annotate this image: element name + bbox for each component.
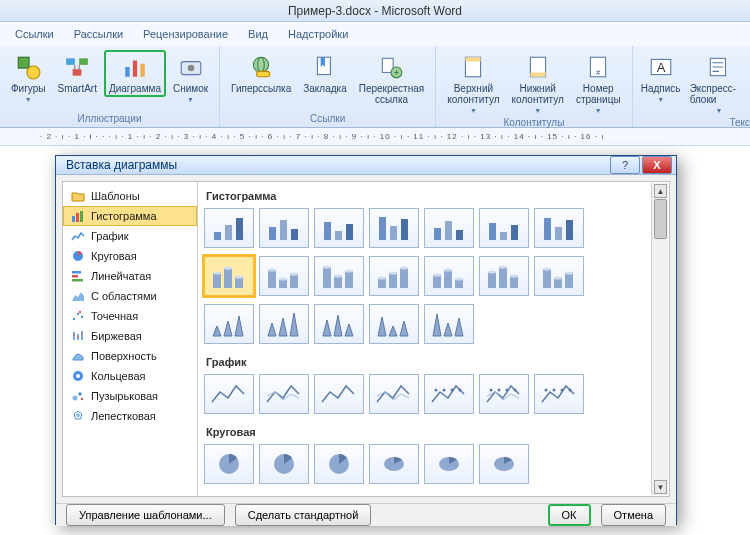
chart-thumb[interactable] [314, 208, 364, 248]
chart-thumb[interactable] [369, 208, 419, 248]
svg-rect-4 [73, 69, 82, 76]
horizontal-ruler: · 2 · ı · 1 · ł · · · ı · 1 · ı · 2 · ı … [0, 128, 750, 146]
svg-rect-46 [269, 227, 276, 240]
chart-thumb[interactable] [369, 304, 419, 344]
tab-view[interactable]: Вид [239, 25, 277, 43]
footer-button[interactable]: Нижний колонтитул▼ [507, 50, 569, 117]
snapshot-button[interactable]: Снимок▼ [168, 50, 213, 106]
chart-thumb[interactable] [259, 208, 309, 248]
svg-rect-74 [290, 274, 298, 288]
category-bubble[interactable]: Пузырьковая [63, 386, 197, 406]
chevron-down-icon: ▼ [534, 107, 541, 114]
chart-thumb[interactable] [204, 256, 254, 296]
category-line[interactable]: График [63, 226, 197, 246]
textbox-button[interactable]: A Надпись▼ [639, 50, 683, 106]
chart-thumb[interactable] [369, 444, 419, 484]
manage-templates-button[interactable]: Управление шаблонами... [66, 504, 225, 526]
svg-rect-104 [565, 273, 573, 288]
figures-button[interactable]: Фигуры▼ [6, 50, 50, 106]
chart-thumb[interactable] [314, 304, 364, 344]
group-label: Иллюстрации [78, 113, 142, 125]
category-pie[interactable]: Круговая [63, 246, 197, 266]
gallery-scrollbar[interactable]: ▲ ▼ [651, 183, 668, 495]
svg-point-95 [488, 271, 496, 274]
category-templates[interactable]: Шаблоны [63, 186, 197, 206]
category-stock[interactable]: Биржевая [63, 326, 197, 346]
bubble-chart-icon [71, 389, 85, 403]
dialog-titlebar[interactable]: Вставка диаграммы ? X [56, 156, 676, 175]
svg-rect-60 [511, 225, 518, 240]
hyperlink-button[interactable]: Гиперссылка [226, 50, 296, 97]
svg-point-113 [514, 389, 517, 392]
chart-thumb[interactable] [259, 256, 309, 296]
svg-point-40 [73, 396, 78, 401]
svg-point-117 [569, 389, 572, 392]
tab-references[interactable]: Ссылки [6, 25, 63, 43]
smartart-button[interactable]: SmartArt [52, 50, 101, 97]
chart-thumb[interactable] [424, 304, 474, 344]
scatter-chart-icon [71, 309, 85, 323]
svg-rect-88 [433, 275, 441, 288]
svg-rect-61 [544, 218, 551, 240]
chart-thumb[interactable] [424, 374, 474, 414]
svg-point-39 [76, 374, 80, 378]
svg-rect-27 [72, 216, 75, 222]
chart-thumb[interactable] [204, 304, 254, 344]
chart-thumb[interactable] [204, 444, 254, 484]
chart-thumb[interactable] [479, 374, 529, 414]
ok-button[interactable]: ОК [548, 504, 591, 526]
chart-thumb[interactable] [534, 208, 584, 248]
chart-button[interactable]: Диаграмма [104, 50, 166, 97]
chart-thumb[interactable] [259, 304, 309, 344]
category-radar[interactable]: Лепестковая [63, 406, 197, 426]
tab-addins[interactable]: Надстройки [279, 25, 357, 43]
chart-thumb[interactable] [534, 374, 584, 414]
tab-mailings[interactable]: Рассылки [65, 25, 132, 43]
chart-thumb[interactable] [314, 256, 364, 296]
bookmark-button[interactable]: Закладка [298, 50, 351, 97]
scroll-up-icon[interactable]: ▲ [654, 184, 667, 198]
chart-thumb[interactable] [369, 374, 419, 414]
group-text: A Надпись▼ Экспресс-блоки▼ A WordArt▼ A … [633, 46, 750, 127]
chevron-down-icon: ▼ [470, 107, 477, 114]
chart-thumb[interactable] [479, 208, 529, 248]
svg-point-106 [435, 389, 438, 392]
header-button[interactable]: Верхний колонтитул▼ [442, 50, 504, 117]
chart-thumb[interactable] [479, 256, 529, 296]
cancel-button[interactable]: Отмена [601, 504, 666, 526]
pagenum-button[interactable]: # Номер страницы▼ [571, 50, 626, 117]
chart-thumb[interactable] [424, 444, 474, 484]
chart-thumb[interactable] [204, 208, 254, 248]
crossref-button[interactable]: Перекрестная ссылка [354, 50, 429, 108]
category-surface[interactable]: Поверхность [63, 346, 197, 366]
chart-thumb[interactable] [424, 256, 474, 296]
tab-review[interactable]: Рецензирование [134, 25, 237, 43]
chart-thumb[interactable] [369, 256, 419, 296]
scroll-down-icon[interactable]: ▼ [654, 480, 667, 494]
chart-thumb[interactable] [534, 256, 584, 296]
svg-point-37 [79, 311, 81, 313]
column-chart-icon [71, 209, 85, 223]
svg-point-111 [498, 389, 501, 392]
svg-rect-94 [488, 272, 496, 288]
chart-thumb[interactable] [204, 374, 254, 414]
svg-point-116 [561, 389, 564, 392]
category-scatter[interactable]: Точечная [63, 306, 197, 326]
chart-thumb[interactable] [314, 444, 364, 484]
scroll-thumb[interactable] [654, 199, 667, 239]
chart-thumb[interactable] [424, 208, 474, 248]
category-bar[interactable]: Линейчатая [63, 266, 197, 286]
category-area[interactable]: С областями [63, 286, 197, 306]
set-default-button[interactable]: Сделать стандартной [235, 504, 372, 526]
category-column[interactable]: Гистограмма [63, 206, 197, 226]
chart-thumb[interactable] [259, 374, 309, 414]
help-button[interactable]: ? [610, 156, 640, 174]
chart-thumb[interactable] [259, 444, 309, 484]
section-line: График [204, 352, 663, 374]
close-button[interactable]: X [642, 156, 672, 174]
quickparts-button[interactable]: Экспресс-блоки▼ [685, 50, 750, 117]
chart-thumb[interactable] [314, 374, 364, 414]
svg-rect-57 [456, 230, 463, 240]
category-doughnut[interactable]: Кольцевая [63, 366, 197, 386]
chart-thumb[interactable] [479, 444, 529, 484]
